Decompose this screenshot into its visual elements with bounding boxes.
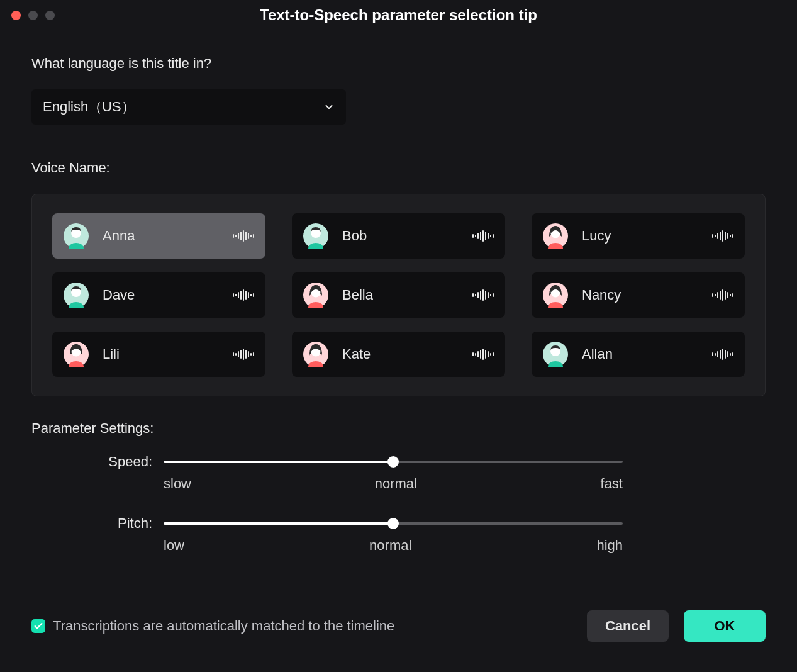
svg-rect-97 bbox=[730, 353, 731, 356]
voice-card-bella[interactable]: Bella bbox=[292, 272, 505, 318]
svg-rect-32 bbox=[732, 234, 733, 238]
svg-rect-10 bbox=[253, 234, 254, 238]
maximize-window-icon[interactable] bbox=[45, 11, 55, 20]
voice-card-nancy[interactable]: Nancy bbox=[532, 272, 745, 318]
svg-rect-41 bbox=[248, 292, 249, 298]
svg-rect-4 bbox=[238, 233, 239, 239]
avatar-icon bbox=[64, 223, 89, 249]
titlebar: Text-to-Speech parameter selection tip bbox=[0, 0, 797, 30]
svg-rect-87 bbox=[493, 352, 494, 356]
voice-name-label: Lucy bbox=[582, 228, 698, 244]
pitch-slider[interactable] bbox=[164, 516, 623, 531]
auto-match-label: Transcriptions are automatically matched… bbox=[53, 618, 394, 634]
voice-name-label: Allan bbox=[582, 346, 698, 362]
voice-name-label: Anna bbox=[103, 228, 219, 244]
close-window-icon[interactable] bbox=[11, 11, 21, 20]
svg-rect-20 bbox=[490, 235, 491, 237]
cancel-button[interactable]: Cancel bbox=[587, 610, 669, 642]
voice-card-dave[interactable]: Dave bbox=[52, 272, 265, 318]
svg-rect-74 bbox=[248, 351, 249, 357]
waveform-icon[interactable] bbox=[472, 230, 494, 242]
svg-rect-93 bbox=[720, 350, 721, 359]
svg-rect-95 bbox=[725, 350, 726, 359]
voice-card-lucy[interactable]: Lucy bbox=[532, 213, 745, 259]
waveform-icon[interactable] bbox=[233, 289, 254, 301]
voice-card-bob[interactable]: Bob bbox=[292, 213, 505, 259]
waveform-icon[interactable] bbox=[233, 349, 254, 360]
svg-rect-83 bbox=[482, 349, 484, 360]
voice-name-label: Lili bbox=[103, 346, 219, 362]
voice-name-label: Dave bbox=[103, 287, 219, 303]
pitch-slider-thumb[interactable] bbox=[387, 518, 399, 529]
svg-rect-43 bbox=[253, 293, 254, 297]
svg-rect-51 bbox=[485, 291, 486, 300]
voice-name-label: Bella bbox=[342, 287, 459, 303]
svg-rect-26 bbox=[717, 233, 718, 239]
speed-slider-thumb[interactable] bbox=[387, 456, 399, 468]
svg-rect-29 bbox=[725, 232, 726, 240]
checkbox-checked-icon[interactable] bbox=[31, 619, 45, 633]
svg-rect-73 bbox=[245, 350, 247, 359]
svg-rect-60 bbox=[720, 291, 721, 300]
waveform-icon[interactable] bbox=[712, 230, 733, 242]
svg-rect-79 bbox=[472, 352, 474, 356]
voice-name-label: Nancy bbox=[582, 287, 698, 303]
language-select[interactable]: English（US） bbox=[31, 89, 346, 125]
svg-rect-69 bbox=[235, 353, 237, 356]
svg-rect-76 bbox=[253, 352, 254, 356]
svg-rect-61 bbox=[722, 289, 723, 301]
waveform-icon[interactable] bbox=[472, 289, 494, 301]
voice-card-lili[interactable]: Lili bbox=[52, 332, 265, 377]
ok-button[interactable]: OK bbox=[684, 610, 766, 642]
voice-card-allan[interactable]: Allan bbox=[532, 332, 745, 377]
waveform-icon[interactable] bbox=[712, 349, 733, 360]
voice-name-label: Kate bbox=[342, 346, 459, 362]
svg-rect-46 bbox=[472, 293, 474, 297]
svg-rect-18 bbox=[485, 232, 486, 240]
minimize-window-icon[interactable] bbox=[28, 11, 38, 20]
svg-rect-91 bbox=[715, 353, 716, 356]
svg-rect-37 bbox=[238, 292, 239, 298]
svg-rect-42 bbox=[250, 294, 252, 296]
speed-tick-labels: slow normal fast bbox=[164, 476, 623, 492]
svg-rect-49 bbox=[480, 291, 481, 300]
svg-rect-5 bbox=[240, 232, 242, 240]
waveform-icon[interactable] bbox=[233, 230, 254, 242]
auto-match-checkbox-row[interactable]: Transcriptions are automatically matched… bbox=[31, 618, 394, 634]
avatar-icon bbox=[303, 283, 328, 308]
svg-rect-7 bbox=[245, 232, 247, 240]
svg-rect-70 bbox=[238, 351, 239, 357]
svg-rect-53 bbox=[490, 294, 491, 296]
svg-rect-52 bbox=[488, 292, 489, 298]
svg-rect-9 bbox=[250, 235, 252, 237]
svg-rect-81 bbox=[477, 351, 479, 357]
svg-rect-2 bbox=[233, 234, 234, 238]
svg-rect-21 bbox=[493, 234, 494, 238]
svg-rect-38 bbox=[240, 291, 242, 300]
voice-card-anna[interactable]: Anna bbox=[52, 213, 265, 259]
svg-rect-24 bbox=[712, 234, 713, 238]
voice-grid-container: Anna Bob Lucy Dave bbox=[31, 194, 766, 396]
avatar-icon bbox=[64, 342, 89, 367]
svg-rect-36 bbox=[235, 294, 237, 296]
svg-rect-75 bbox=[250, 353, 252, 356]
speed-label: Speed: bbox=[31, 454, 164, 469]
waveform-icon[interactable] bbox=[712, 289, 733, 301]
svg-rect-85 bbox=[488, 351, 489, 357]
svg-rect-68 bbox=[233, 352, 234, 356]
avatar-icon bbox=[303, 342, 328, 367]
svg-rect-94 bbox=[722, 349, 723, 360]
svg-rect-98 bbox=[732, 352, 733, 356]
svg-rect-30 bbox=[727, 233, 728, 239]
svg-rect-13 bbox=[472, 234, 474, 238]
svg-rect-96 bbox=[727, 351, 728, 357]
avatar-icon bbox=[64, 283, 89, 308]
svg-rect-62 bbox=[725, 291, 726, 300]
svg-rect-16 bbox=[480, 232, 481, 240]
window-controls bbox=[11, 11, 55, 20]
waveform-icon[interactable] bbox=[472, 349, 494, 360]
voice-card-kate[interactable]: Kate bbox=[292, 332, 505, 377]
language-selected-value: English（US） bbox=[43, 98, 135, 116]
speed-slider[interactable] bbox=[164, 454, 623, 469]
svg-rect-27 bbox=[720, 232, 721, 240]
